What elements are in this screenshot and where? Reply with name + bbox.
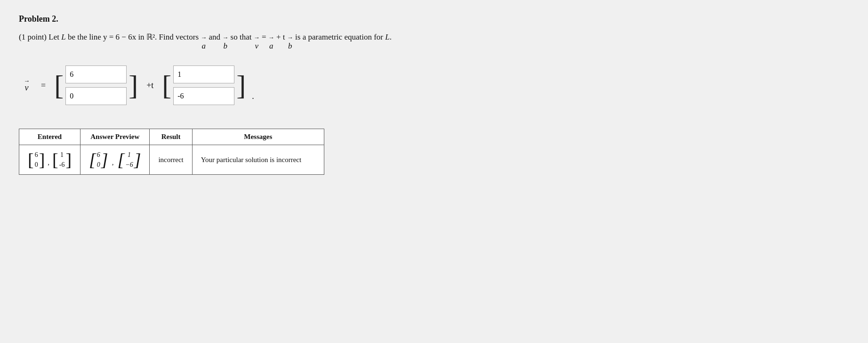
comma-1: , xyxy=(48,159,49,167)
col-header-messages: Messages xyxy=(192,129,324,145)
preview-bracket-right-a: ] xyxy=(101,151,108,169)
matrix-a-inputs xyxy=(65,65,127,105)
is-param-text: is a parametric equation for xyxy=(295,33,385,41)
statement-suffix: . Find vectors xyxy=(155,33,201,41)
table-header-row: Entered Answer Preview Result Messages xyxy=(19,129,324,145)
preview-bracket-left-a: [ xyxy=(89,151,96,169)
preview-matrix-a: [ 6 0 ] xyxy=(89,150,108,170)
problem-title: Problem 2. xyxy=(19,14,849,24)
statement-so-that: so that xyxy=(228,33,253,41)
input-b-top[interactable] xyxy=(173,65,234,83)
preview-bracket-right-b: ] xyxy=(134,151,141,169)
entered-matrix-a: [ 6 0 ] xyxy=(28,150,45,170)
vector-equation: → v = [ ] +t [ ] . xyxy=(24,65,849,105)
comma-2: , xyxy=(112,159,114,167)
preview-matrix-b: [ 1 −6 ] xyxy=(117,150,141,170)
y-equation: y = 6 − 6x xyxy=(103,33,136,41)
preview-b-top: 1 xyxy=(128,150,131,160)
col-header-preview: Answer Preview xyxy=(80,129,150,145)
equals-sign: = xyxy=(41,81,46,90)
input-a-top[interactable] xyxy=(65,65,127,83)
a-vec-label: →a xyxy=(201,33,207,41)
input-b-bottom[interactable] xyxy=(173,87,234,105)
v-vec-eq: →v = →a + t →b xyxy=(254,33,295,41)
preview-bracket-left-b: [ xyxy=(117,151,124,169)
small-bracket-right-b: ] xyxy=(65,151,72,169)
entered-matrices: [ 6 0 ] , [ 1 -6 xyxy=(28,150,72,170)
cell-preview: [ 6 0 ] , [ 1 −6 xyxy=(80,145,150,175)
entered-a-top: 6 xyxy=(35,150,38,160)
R2: ℝ² xyxy=(146,33,155,41)
small-bracket-left-a: [ xyxy=(28,151,34,169)
bracket-right-a: ] xyxy=(129,71,138,99)
col-header-result: Result xyxy=(150,129,192,145)
statement-in: in xyxy=(136,33,146,41)
preview-a-top: 6 xyxy=(97,150,100,160)
v-letter: v xyxy=(25,83,29,93)
and-text: and xyxy=(207,33,222,41)
b-vec-label: →b xyxy=(222,33,228,41)
statement-prefix: (1 point) Let xyxy=(19,33,61,41)
bracket-left-a: [ xyxy=(54,71,64,99)
small-bracket-right-a: ] xyxy=(39,151,45,169)
end-period: . xyxy=(390,33,392,41)
bracket-right-b: ] xyxy=(236,71,246,99)
v-vec-label: → v xyxy=(24,78,30,93)
cell-entered: [ 6 0 ] , [ 1 -6 xyxy=(19,145,80,175)
entered-b-values: 1 -6 xyxy=(59,150,65,170)
matrix-a: [ ] xyxy=(54,65,138,105)
preview-matrices: [ 6 0 ] , [ 1 −6 xyxy=(89,150,141,170)
answer-table: Entered Answer Preview Result Messages [… xyxy=(19,129,324,175)
entered-b-bottom: -6 xyxy=(59,160,65,170)
small-bracket-left-b: [ xyxy=(52,151,58,169)
matrix-b-inputs xyxy=(173,65,234,105)
entered-matrix-b: [ 1 -6 ] xyxy=(52,150,72,170)
preview-a-bottom: 0 xyxy=(97,160,100,170)
plus-t: +t xyxy=(146,81,153,90)
preview-b-bottom: −6 xyxy=(125,160,133,170)
equation-period: . xyxy=(252,91,254,101)
entered-b-top: 1 xyxy=(60,150,64,160)
matrix-b: [ ] xyxy=(162,65,246,105)
problem-statement: (1 point) Let L be the line y = 6 − 6x i… xyxy=(19,31,849,52)
message-text: Your particular solution is incorrect xyxy=(201,156,301,163)
table-row: [ 6 0 ] , [ 1 -6 xyxy=(19,145,324,175)
entered-a-bottom: 0 xyxy=(35,160,38,170)
col-header-entered: Entered xyxy=(19,129,80,145)
bracket-left-b: [ xyxy=(162,71,171,99)
cell-messages: Your particular solution is incorrect xyxy=(192,145,324,175)
cell-result: incorrect xyxy=(150,145,192,175)
statement-middle: be the line xyxy=(66,33,103,41)
result-text: incorrect xyxy=(158,156,183,163)
preview-a-values: 6 0 xyxy=(97,150,100,170)
entered-a-values: 6 0 xyxy=(35,150,38,170)
input-a-bottom[interactable] xyxy=(65,87,127,105)
answer-table-wrapper: Entered Answer Preview Result Messages [… xyxy=(19,129,849,175)
L-end: L xyxy=(385,33,389,41)
L-variable: L xyxy=(61,33,65,41)
preview-b-values: 1 −6 xyxy=(125,150,133,170)
